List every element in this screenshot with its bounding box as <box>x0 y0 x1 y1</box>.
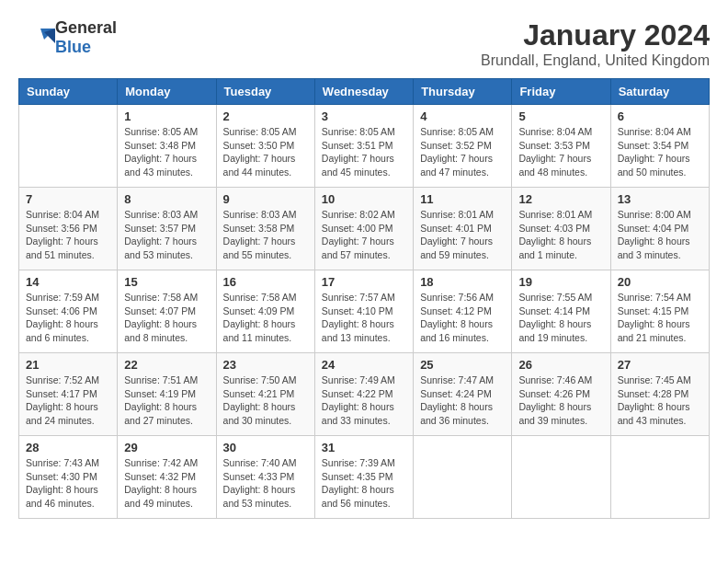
day-number: 22 <box>124 358 209 372</box>
day-info: Sunrise: 8:04 AM Sunset: 3:53 PM Dayligh… <box>518 125 603 179</box>
calendar-cell <box>610 436 709 519</box>
day-info: Sunrise: 7:55 AM Sunset: 4:14 PM Dayligh… <box>518 291 603 345</box>
calendar-cell: 13Sunrise: 8:00 AM Sunset: 4:04 PM Dayli… <box>610 188 709 270</box>
day-number: 21 <box>26 358 110 372</box>
day-info: Sunrise: 8:03 AM Sunset: 3:57 PM Dayligh… <box>124 208 209 262</box>
day-number: 14 <box>26 275 110 289</box>
header-cell-saturday: Saturday <box>610 79 709 105</box>
day-number: 1 <box>124 109 209 123</box>
calendar-cell: 30Sunrise: 7:40 AM Sunset: 4:33 PM Dayli… <box>216 436 314 519</box>
logo-general: General <box>55 18 117 37</box>
day-info: Sunrise: 8:01 AM Sunset: 4:01 PM Dayligh… <box>420 208 505 262</box>
calendar-cell: 24Sunrise: 7:49 AM Sunset: 4:22 PM Dayli… <box>314 353 413 436</box>
calendar-week-row: 21Sunrise: 7:52 AM Sunset: 4:17 PM Dayli… <box>19 353 710 436</box>
day-number: 27 <box>618 358 702 372</box>
calendar-cell <box>512 436 610 519</box>
calendar-cell: 1Sunrise: 8:05 AM Sunset: 3:48 PM Daylig… <box>118 105 216 188</box>
day-info: Sunrise: 8:04 AM Sunset: 3:56 PM Dayligh… <box>26 208 110 262</box>
day-number: 6 <box>618 109 702 123</box>
header-cell-monday: Monday <box>118 79 216 105</box>
day-number: 2 <box>223 109 308 123</box>
day-info: Sunrise: 7:50 AM Sunset: 4:21 PM Dayligh… <box>223 373 308 428</box>
calendar-cell: 3Sunrise: 8:05 AM Sunset: 3:51 PM Daylig… <box>314 105 413 188</box>
day-number: 9 <box>223 192 308 206</box>
header-cell-wednesday: Wednesday <box>314 79 413 105</box>
day-number: 23 <box>223 358 308 372</box>
day-info: Sunrise: 7:51 AM Sunset: 4:19 PM Dayligh… <box>124 373 209 428</box>
day-number: 18 <box>420 275 505 289</box>
logo: General Blue <box>18 18 117 57</box>
day-number: 10 <box>322 192 406 206</box>
calendar-cell: 11Sunrise: 8:01 AM Sunset: 4:01 PM Dayli… <box>414 188 512 270</box>
day-info: Sunrise: 8:00 AM Sunset: 4:04 PM Dayligh… <box>618 208 702 262</box>
logo-icon <box>18 24 55 52</box>
calendar-cell: 5Sunrise: 8:04 AM Sunset: 3:53 PM Daylig… <box>512 105 610 188</box>
header-cell-thursday: Thursday <box>414 79 512 105</box>
day-number: 12 <box>518 192 603 206</box>
day-info: Sunrise: 7:42 AM Sunset: 4:32 PM Dayligh… <box>124 456 209 511</box>
calendar-cell: 25Sunrise: 7:47 AM Sunset: 4:24 PM Dayli… <box>414 353 512 436</box>
calendar-table: SundayMondayTuesdayWednesdayThursdayFrid… <box>18 78 710 519</box>
calendar-cell: 15Sunrise: 7:58 AM Sunset: 4:07 PM Dayli… <box>118 270 216 353</box>
day-number: 4 <box>420 109 505 123</box>
calendar-cell: 28Sunrise: 7:43 AM Sunset: 4:30 PM Dayli… <box>19 436 118 519</box>
calendar-cell: 21Sunrise: 7:52 AM Sunset: 4:17 PM Dayli… <box>19 353 118 436</box>
day-info: Sunrise: 7:43 AM Sunset: 4:30 PM Dayligh… <box>26 456 110 511</box>
calendar-cell: 2Sunrise: 8:05 AM Sunset: 3:50 PM Daylig… <box>216 105 314 188</box>
calendar-cell <box>414 436 512 519</box>
day-number: 31 <box>322 441 406 454</box>
calendar-cell: 6Sunrise: 8:04 AM Sunset: 3:54 PM Daylig… <box>610 105 709 188</box>
calendar-cell: 10Sunrise: 8:02 AM Sunset: 4:00 PM Dayli… <box>314 188 413 270</box>
calendar-cell: 16Sunrise: 7:58 AM Sunset: 4:09 PM Dayli… <box>216 270 314 353</box>
day-number: 11 <box>420 192 505 206</box>
day-number: 30 <box>223 441 308 454</box>
day-number: 16 <box>223 275 308 289</box>
calendar-cell: 31Sunrise: 7:39 AM Sunset: 4:35 PM Dayli… <box>314 436 413 519</box>
calendar-week-row: 14Sunrise: 7:59 AM Sunset: 4:06 PM Dayli… <box>19 270 710 353</box>
day-info: Sunrise: 7:57 AM Sunset: 4:10 PM Dayligh… <box>322 291 406 345</box>
day-number: 19 <box>518 275 603 289</box>
calendar-cell: 27Sunrise: 7:45 AM Sunset: 4:28 PM Dayli… <box>610 353 709 436</box>
header-cell-sunday: Sunday <box>19 79 118 105</box>
calendar-cell: 26Sunrise: 7:46 AM Sunset: 4:26 PM Dayli… <box>512 353 610 436</box>
day-info: Sunrise: 7:59 AM Sunset: 4:06 PM Dayligh… <box>26 291 110 345</box>
day-info: Sunrise: 7:58 AM Sunset: 4:09 PM Dayligh… <box>223 291 308 345</box>
day-info: Sunrise: 7:39 AM Sunset: 4:35 PM Dayligh… <box>322 456 406 511</box>
day-number: 20 <box>618 275 702 289</box>
day-info: Sunrise: 8:05 AM Sunset: 3:50 PM Dayligh… <box>223 125 308 179</box>
header: General Blue January 2024 Brundall, Engl… <box>18 18 710 69</box>
day-number: 7 <box>26 192 110 206</box>
day-info: Sunrise: 7:45 AM Sunset: 4:28 PM Dayligh… <box>618 373 702 428</box>
day-number: 13 <box>618 192 702 206</box>
calendar-cell: 22Sunrise: 7:51 AM Sunset: 4:19 PM Dayli… <box>118 353 216 436</box>
day-number: 5 <box>518 109 603 123</box>
day-info: Sunrise: 7:56 AM Sunset: 4:12 PM Dayligh… <box>420 291 505 345</box>
calendar-cell: 4Sunrise: 8:05 AM Sunset: 3:52 PM Daylig… <box>414 105 512 188</box>
calendar-cell <box>19 105 118 188</box>
calendar-header-row: SundayMondayTuesdayWednesdayThursdayFrid… <box>19 79 710 105</box>
title-area: January 2024 Brundall, England, United K… <box>481 18 710 69</box>
day-number: 8 <box>124 192 209 206</box>
calendar-cell: 29Sunrise: 7:42 AM Sunset: 4:32 PM Dayli… <box>118 436 216 519</box>
day-info: Sunrise: 7:52 AM Sunset: 4:17 PM Dayligh… <box>26 373 110 428</box>
calendar-cell: 23Sunrise: 7:50 AM Sunset: 4:21 PM Dayli… <box>216 353 314 436</box>
day-info: Sunrise: 7:54 AM Sunset: 4:15 PM Dayligh… <box>618 291 702 345</box>
day-info: Sunrise: 7:46 AM Sunset: 4:26 PM Dayligh… <box>518 373 603 428</box>
day-info: Sunrise: 8:05 AM Sunset: 3:48 PM Dayligh… <box>124 125 209 179</box>
logo-blue: Blue <box>55 38 91 56</box>
calendar-cell: 12Sunrise: 8:01 AM Sunset: 4:03 PM Dayli… <box>512 188 610 270</box>
calendar-cell: 7Sunrise: 8:04 AM Sunset: 3:56 PM Daylig… <box>19 188 118 270</box>
calendar-cell: 14Sunrise: 7:59 AM Sunset: 4:06 PM Dayli… <box>19 270 118 353</box>
header-cell-tuesday: Tuesday <box>216 79 314 105</box>
day-info: Sunrise: 7:49 AM Sunset: 4:22 PM Dayligh… <box>322 373 406 428</box>
calendar-cell: 20Sunrise: 7:54 AM Sunset: 4:15 PM Dayli… <box>610 270 709 353</box>
day-number: 26 <box>518 358 603 372</box>
calendar-week-row: 28Sunrise: 7:43 AM Sunset: 4:30 PM Dayli… <box>19 436 710 519</box>
day-info: Sunrise: 8:05 AM Sunset: 3:52 PM Dayligh… <box>420 125 505 179</box>
day-info: Sunrise: 7:40 AM Sunset: 4:33 PM Dayligh… <box>223 456 308 511</box>
day-number: 17 <box>322 275 406 289</box>
day-info: Sunrise: 8:01 AM Sunset: 4:03 PM Dayligh… <box>518 208 603 262</box>
day-number: 25 <box>420 358 505 372</box>
location-title: Brundall, England, United Kingdom <box>481 52 710 69</box>
day-number: 3 <box>322 109 406 123</box>
